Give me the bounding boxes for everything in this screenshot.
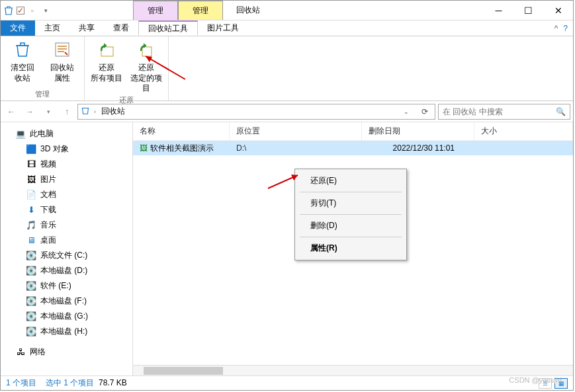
network-icon: 🖧 xyxy=(15,347,26,358)
restore-all-label: 还原 所有项目 xyxy=(91,63,122,83)
3d-objects-icon: 🟦 xyxy=(26,144,36,155)
restore-selected-button[interactable]: 还原 选定的项目 xyxy=(130,39,163,94)
svg-rect-1 xyxy=(101,47,113,56)
drive-icon: 💽 xyxy=(26,251,36,261)
sidebar-item-music[interactable]: 🎵音乐 xyxy=(1,217,132,233)
drive-icon: 💽 xyxy=(26,296,36,307)
ribbon: 清空回 收站 回收站 属性 管理 还原 所有项目 xyxy=(1,36,573,101)
tab-share[interactable]: 共享 xyxy=(69,20,104,36)
sidebar-item-documents[interactable]: 📄文档 xyxy=(1,187,132,202)
scrollbar-thumb[interactable] xyxy=(144,367,223,375)
breadcrumb-location[interactable]: 回收站 xyxy=(100,106,126,117)
restore-selected-label: 还原 选定的项目 xyxy=(130,63,163,94)
column-headers: 名称 原位置 删除日期 大小 xyxy=(133,122,573,141)
sidebar-item-pictures[interactable]: 🖼图片 xyxy=(1,172,132,187)
sidebar-item-drive-e[interactable]: 💽软件 (E:) xyxy=(1,278,132,294)
empty-recycle-button[interactable]: 清空回 收站 xyxy=(6,39,39,88)
contextual-tabs: 管理 管理 xyxy=(133,1,223,20)
drive-icon: 💽 xyxy=(26,281,36,292)
ribbon-group-manage: 清空回 收站 回收站 属性 管理 xyxy=(1,36,85,100)
sidebar-item-downloads[interactable]: ⬇下载 xyxy=(1,202,132,217)
col-size[interactable]: 大小 xyxy=(474,122,573,140)
horizontal-scrollbar[interactable] xyxy=(133,365,573,375)
sidebar-item-this-pc[interactable]: 💻 此电脑 xyxy=(1,126,132,141)
qat-checkbox-icon[interactable]: ✓ xyxy=(17,7,24,15)
ctx-delete[interactable]: 删除(D) xyxy=(297,216,404,235)
sidebar-item-drive-h[interactable]: 💽本地磁盘 (H:) xyxy=(1,324,132,339)
restore-all-button[interactable]: 还原 所有项目 xyxy=(90,39,123,94)
tab-view[interactable]: 查看 xyxy=(104,20,138,36)
window-title: 回收站 xyxy=(223,1,273,20)
search-box[interactable]: 🔍 xyxy=(438,104,570,120)
documents-icon: 📄 xyxy=(26,190,36,200)
sidebar-item-desktop[interactable]: 🖥桌面 xyxy=(1,233,132,248)
ctx-tab-manage-1[interactable]: 管理 xyxy=(133,1,178,20)
maximize-button[interactable]: ☐ xyxy=(513,1,543,20)
col-date-deleted[interactable]: 删除日期 xyxy=(362,122,474,140)
sidebar-item-videos[interactable]: 🎞视频 xyxy=(1,157,132,172)
status-selected: 选中 1 个项目 78.7 KB xyxy=(46,377,127,389)
nav-up-button[interactable]: ↑ xyxy=(59,104,75,120)
sidebar-item-3d[interactable]: 🟦3D 对象 xyxy=(1,141,132,157)
sidebar-label-this-pc: 此电脑 xyxy=(30,128,54,139)
ribbon-collapse-icon[interactable]: ^ xyxy=(554,24,558,33)
restore-selected-icon xyxy=(136,39,157,60)
ctx-restore[interactable]: 还原(E) xyxy=(297,171,404,190)
sidebar-label: 3D 对象 xyxy=(40,143,69,155)
file-name: 软件相关截图演示 xyxy=(150,143,214,154)
downloads-icon: ⬇ xyxy=(26,205,36,216)
tab-file[interactable]: 文件 xyxy=(1,20,35,36)
sidebar-item-drive-c[interactable]: 💽系统文件 (C:) xyxy=(1,248,132,263)
search-icon[interactable]: 🔍 xyxy=(556,107,566,116)
col-name[interactable]: 名称 xyxy=(133,122,230,140)
sidebar-label: 系统文件 (C:) xyxy=(40,250,87,261)
svg-rect-2 xyxy=(142,47,152,56)
qat-dropdown-icon[interactable]: ▾ xyxy=(40,5,51,16)
close-button[interactable]: ✕ xyxy=(543,1,573,20)
sidebar-label: 桌面 xyxy=(40,235,56,246)
nav-forward-button[interactable]: → xyxy=(22,104,38,120)
empty-recycle-label: 清空回 收站 xyxy=(11,63,34,83)
watermark: CSDN @yqssjhf xyxy=(509,376,562,384)
minimize-button[interactable]: ─ xyxy=(484,1,513,20)
sidebar-item-drive-d[interactable]: 💽本地磁盘 (D:) xyxy=(1,263,132,278)
qat-doc-icon[interactable]: ▫ xyxy=(27,5,38,16)
ctx-cut[interactable]: 剪切(T) xyxy=(297,194,404,213)
recycle-props-button[interactable]: 回收站 属性 xyxy=(46,39,79,88)
address-dropdown-icon[interactable]: ⌄ xyxy=(399,108,414,115)
sidebar-item-network[interactable]: 🖧 网络 xyxy=(1,344,132,360)
ribbon-group-manage-label: 管理 xyxy=(6,88,79,99)
file-row[interactable]: 🖼 软件相关截图演示 D:\ 2022/12/30 11:01 xyxy=(133,141,573,155)
sidebar-label: 本地磁盘 (G:) xyxy=(40,311,88,322)
nav-recent-button[interactable]: ▾ xyxy=(40,104,56,120)
tab-image-tools[interactable]: 图片工具 xyxy=(198,20,248,36)
sidebar-item-drive-g[interactable]: 💽本地磁盘 (G:) xyxy=(1,309,132,324)
pictures-icon: 🖼 xyxy=(26,175,36,185)
sidebar-label: 下载 xyxy=(40,204,56,216)
sidebar-label: 本地磁盘 (H:) xyxy=(40,326,87,337)
tab-home[interactable]: 主页 xyxy=(35,20,69,36)
sidebar-item-drive-f[interactable]: 💽本地磁盘 (F:) xyxy=(1,294,132,309)
drive-icon: 💽 xyxy=(26,311,36,322)
sidebar-label-network: 网络 xyxy=(30,346,46,358)
status-item-count: 1 个项目 xyxy=(6,377,36,389)
drive-icon: 💽 xyxy=(26,266,36,276)
ctx-separator xyxy=(300,237,402,237)
refresh-icon[interactable]: ⟳ xyxy=(418,107,432,116)
videos-icon: 🎞 xyxy=(26,159,36,170)
quick-access-toolbar: ✓ ▫ ▾ xyxy=(1,1,54,20)
ctx-separator xyxy=(300,192,402,192)
col-original-location[interactable]: 原位置 xyxy=(230,122,362,140)
nav-back-button[interactable]: ← xyxy=(3,104,19,120)
breadcrumb-sep-icon[interactable]: › xyxy=(94,108,96,115)
tab-recycle-tools[interactable]: 回收站工具 xyxy=(138,20,198,36)
help-icon[interactable]: ? xyxy=(563,24,568,33)
search-input[interactable] xyxy=(443,107,556,116)
address-bar[interactable]: › 回收站 ⌄ ⟳ xyxy=(77,104,435,120)
drive-icon: 💽 xyxy=(26,327,36,337)
ctx-properties[interactable]: 属性(R) xyxy=(297,239,404,258)
file-date-deleted: 2022/12/30 11:01 xyxy=(362,143,474,153)
sidebar-label: 视频 xyxy=(40,159,56,170)
ctx-tab-manage-2[interactable]: 管理 xyxy=(178,1,223,20)
nav-tree[interactable]: 💻 此电脑 🟦3D 对象 🎞视频 🖼图片 📄文档 ⬇下载 🎵音乐 🖥桌面 💽系统… xyxy=(1,122,133,375)
